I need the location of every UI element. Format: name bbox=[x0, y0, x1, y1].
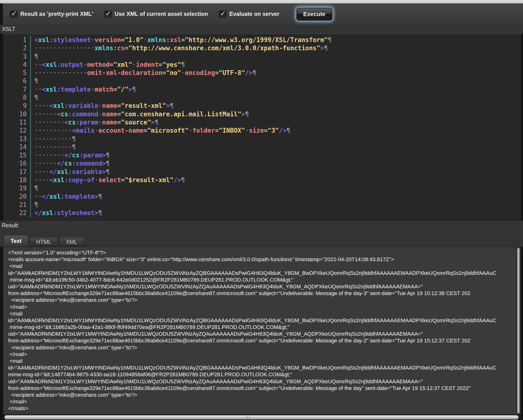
code-line: 5··············omit-xml-declaration="no"… bbox=[3, 69, 521, 77]
code-line: 9····<xsl:variable·name="result-xml">¶ bbox=[3, 102, 521, 110]
line-number: 17 bbox=[3, 168, 31, 176]
checkmark-icon: ✓ bbox=[220, 9, 226, 17]
result-line: id="AAMkADRkNDM1Y2IxLWY1MWYtNDAwNy1hMDU1… bbox=[8, 364, 521, 371]
code-content: <xsl:stylesheet·version="1.0"·xmlns:xsl=… bbox=[31, 36, 332, 44]
result-text: <?xml version="1.0" encoding="UTF-8"?><m… bbox=[3, 247, 521, 412]
result-line: </mail> bbox=[8, 351, 521, 358]
code-line: 8¶ bbox=[3, 93, 521, 102]
tab-text[interactable]: Text bbox=[4, 235, 28, 247]
code-content: ··</xsl:template>¶ bbox=[31, 193, 102, 201]
execute-button[interactable]: Execute bbox=[296, 8, 332, 21]
line-number: 6 bbox=[3, 77, 31, 85]
line-number: 4 bbox=[3, 61, 31, 69]
result-line: mime-msg-id="&lt;eb19fc50-34b2-4077-8dc6… bbox=[8, 276, 521, 283]
checkbox-label: Result as 'pretty-print XML' bbox=[20, 11, 93, 17]
result-label: Result: bbox=[0, 222, 19, 229]
line-number: 8 bbox=[3, 93, 31, 102]
horizontal-scrollbar-thumb[interactable] bbox=[4, 415, 519, 420]
result-line: <mail bbox=[8, 358, 521, 364]
code-line: 1<xsl:stylesheet·version="1.0"·xmlns:xsl… bbox=[3, 36, 521, 44]
checkbox-group-evaluate-on-server: ✓Evaluate on server bbox=[219, 11, 279, 18]
checkbox-group-result-as-pretty-print-xml: ✓Result as 'pretty-print XML' bbox=[10, 11, 93, 18]
line-number: 13 bbox=[3, 135, 31, 143]
code-line: 12··········<mails·account-name="microso… bbox=[3, 126, 521, 135]
code-line: 16······</cs:command>¶ bbox=[3, 159, 521, 168]
line-number: 12 bbox=[3, 126, 31, 135]
line-number: 20 bbox=[3, 193, 31, 201]
code-content: ····</xsl:variable>¶ bbox=[31, 168, 110, 176]
line-number: 18 bbox=[3, 176, 31, 184]
xslt-label-row: XSLT bbox=[0, 24, 523, 34]
line-number: 7 bbox=[3, 85, 31, 93]
code-content: ····<xsl:variable·name="result-xml">¶ bbox=[31, 102, 173, 110]
tab-html[interactable]: HTML bbox=[30, 237, 58, 247]
result-line: </mails> bbox=[8, 405, 521, 412]
checkmark-icon: ✓ bbox=[11, 9, 17, 17]
result-label-row: Result: bbox=[0, 221, 523, 235]
result-panel[interactable]: <?xml version="1.0" encoding="UTF-8"?><m… bbox=[3, 247, 521, 415]
window-top-strip bbox=[0, 0, 523, 3]
code-content: ··<xsl:template·match="/">¶ bbox=[31, 85, 136, 93]
code-line: 14··········¶ bbox=[3, 143, 521, 151]
result-line: </mail> bbox=[8, 304, 521, 310]
checkbox-label: Evaluate on server bbox=[229, 11, 279, 17]
code-content: ··············omit-xml-declaration="no"·… bbox=[31, 69, 256, 77]
code-editor[interactable]: 1<xsl:stylesheet·version="1.0"·xmlns:xsl… bbox=[3, 34, 521, 221]
code-line: 11········<cs:param·name="source">¶ bbox=[3, 118, 521, 126]
code-line: 2················xmlns:cs="http://www.ce… bbox=[3, 44, 521, 52]
result-line: <recipient address="mko@censhare.com" ty… bbox=[8, 392, 521, 398]
toolbar-checkboxes: ✓Result as 'pretty-print XML'✓Use XML of… bbox=[10, 11, 291, 18]
line-number: 3 bbox=[3, 52, 31, 61]
code-line: 17····</xsl:variable>¶ bbox=[3, 168, 521, 176]
result-line: uid="AAMkADRkNDM1Y2IxLWY1MWYtNDAwNy1hMDU… bbox=[8, 331, 521, 337]
checkbox-use-xml-of-current-asset-selection[interactable]: ✓ bbox=[104, 11, 112, 18]
line-number: 16 bbox=[3, 159, 31, 168]
result-line: from-address="MicrosoftExchange329e71ec8… bbox=[8, 337, 521, 344]
result-line: <mails account-name="microsoft" folder="… bbox=[8, 256, 521, 263]
vertical-scrollbar[interactable] bbox=[517, 248, 520, 414]
code-content: ¶ bbox=[31, 201, 38, 209]
horizontal-scrollbar[interactable] bbox=[3, 415, 521, 420]
code-content: ··········¶ bbox=[31, 143, 76, 151]
checkbox-label: Use XML of current asset selection bbox=[115, 11, 208, 17]
code-content: ¶ bbox=[31, 93, 38, 102]
line-number: 5 bbox=[3, 69, 31, 77]
code-line: 6¶ bbox=[3, 77, 521, 85]
code-line: 10······<cs:command·name="com.censhare.a… bbox=[3, 110, 521, 118]
result-line: uid="AAMkADRkNDM1Y2IxLWY1MWYtNDAwNy1hMDU… bbox=[8, 283, 521, 290]
line-number: 11 bbox=[3, 118, 31, 126]
tab-xml[interactable]: XML bbox=[59, 237, 84, 247]
code-line: 13··········¶ bbox=[3, 135, 521, 143]
xslt-label: XSLT bbox=[0, 26, 15, 32]
code-content: </xsl:stylesheet>¶ bbox=[31, 209, 102, 217]
vertical-scrollbar-thumb[interactable] bbox=[517, 248, 520, 413]
code-content: ········<cs:param·name="source">¶ bbox=[31, 118, 159, 126]
code-content: ¶ bbox=[31, 77, 38, 85]
code-line: 3¶ bbox=[3, 52, 521, 61]
code-content: ··········¶ bbox=[31, 135, 76, 143]
code-content: ················xmlns:cs="http://www.cen… bbox=[31, 44, 328, 52]
result-line: id="AAMkADRkNDM1Y2IxLWY1MWYtNDAwNy1hMDU1… bbox=[8, 317, 521, 324]
checkbox-group-use-xml-of-current-asset-selection: ✓Use XML of current asset selection bbox=[104, 11, 208, 18]
code-content: ······<cs:command·name="com.censhare.api… bbox=[31, 110, 249, 118]
code-content: ¶ bbox=[31, 52, 38, 61]
result-line: uid="AAMkADRkNDM1Y2IxLWY1MWYtNDAwNy1hMDU… bbox=[8, 378, 521, 385]
result-line: from-address="MicrosoftExchange329e71ec8… bbox=[8, 385, 521, 392]
line-number: 19 bbox=[3, 184, 31, 192]
code-content: ··········<mails·account-name="microsoft… bbox=[31, 126, 290, 135]
code-line: 15········</cs:param>¶ bbox=[3, 151, 521, 159]
result-line: <recipient address="mko@censhare.com" ty… bbox=[8, 344, 521, 351]
code-content: ··<xsl:output·method="xml"·indent="yes"¶ bbox=[31, 61, 185, 69]
result-tabs: TextHTMLXML bbox=[0, 235, 523, 247]
result-line: <?xml version="1.0" encoding="UTF-8"?> bbox=[8, 249, 521, 256]
checkbox-result-as-pretty-print-xml[interactable]: ✓ bbox=[10, 11, 17, 18]
result-line: <mail bbox=[8, 310, 521, 317]
checkbox-evaluate-on-server[interactable]: ✓ bbox=[219, 11, 226, 18]
result-line: mime-msg-id="&lt;148774b4-9875-4330-aa18… bbox=[8, 371, 521, 378]
code-line: 4··<xsl:output·method="xml"·indent="yes"… bbox=[3, 61, 521, 69]
code-content: ······</cs:command>¶ bbox=[31, 159, 110, 168]
code-line: 7··<xsl:template·match="/">¶ bbox=[3, 85, 521, 93]
toolbar: ✓Result as 'pretty-print XML'✓Use XML of… bbox=[3, 3, 523, 24]
line-number: 14 bbox=[3, 143, 31, 151]
scrollbar-grip bbox=[246, 416, 250, 419]
